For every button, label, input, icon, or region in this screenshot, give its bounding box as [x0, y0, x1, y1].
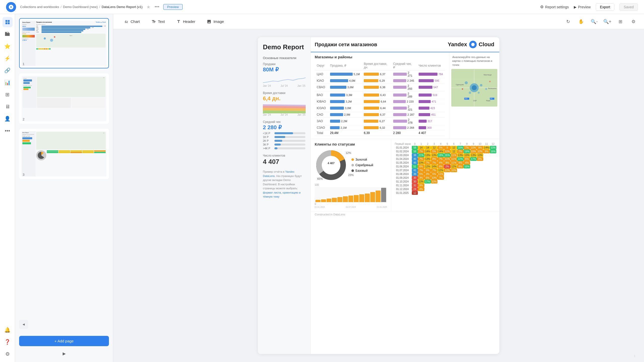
heatmap-cell — [477, 176, 483, 180]
sidebar-icon-bolt[interactable]: ⚡ — [3, 53, 13, 63]
donut-chart: 4 407 12% 23% 65% — [315, 149, 347, 182]
report: Demo Report Основные показатели Продажи … — [258, 37, 499, 354]
heatmap-cell: 7% — [418, 150, 424, 153]
chart-label: Chart — [131, 19, 140, 24]
heatmap-col-header: 9 — [470, 142, 477, 146]
heatmap-cell: 11% — [451, 153, 457, 157]
heatmap-cell: 12% — [424, 165, 431, 168]
add-page-button[interactable]: + Add page — [19, 336, 109, 346]
clients-section: Клиенты по статусам — [311, 139, 391, 211]
heatmap-cell — [483, 180, 490, 184]
zoom-out-button[interactable]: 🔍- — [590, 17, 599, 26]
fit-button[interactable]: ⊞ — [616, 17, 625, 26]
heatmap-cell — [490, 168, 496, 172]
chart-button[interactable]: Chart — [119, 17, 145, 26]
page-thumb-3[interactable]: Demo Report Продажи сети магазинов Yande… — [19, 129, 109, 179]
heatmap-cell: 7% — [464, 146, 470, 150]
heatmap-row-label: 01.08.2024 — [394, 172, 412, 176]
heatmap-col-header: 4 — [437, 142, 444, 146]
heatmap-cell — [470, 172, 477, 176]
svg-point-13 — [469, 92, 471, 94]
heatmap-cell — [483, 165, 490, 168]
svg-point-9 — [472, 85, 477, 90]
heatmap-cell: 9% — [457, 161, 464, 165]
cell-clients: 471 — [417, 99, 445, 104]
app-logo[interactable] — [6, 2, 16, 12]
clients-value: 4 407 — [263, 158, 305, 166]
heatmap-cell: 13% — [418, 161, 424, 165]
heatmap-cell: 16% — [464, 165, 470, 168]
svg-text:Балашиха: Балашиха — [488, 87, 496, 89]
heatmap-cell: 10% — [431, 180, 437, 184]
heatmap-cell: 17% — [470, 157, 477, 161]
cell-delivery: 6,64 — [362, 99, 391, 104]
preview-badge[interactable]: Preview — [163, 4, 182, 10]
header-button[interactable]: Header — [172, 17, 200, 26]
toolbar: Chart Text Header Image ↻ ✋ 🔍- 🔍+ ⊞ ⚙ — [113, 14, 644, 29]
heatmap-cell — [470, 187, 477, 191]
page-thumb-2[interactable]: Общее История клиентов — [19, 73, 109, 124]
sidebar-icon-bell[interactable]: 🔔 — [3, 325, 13, 335]
sidebar-icon-star[interactable]: ⭐ — [3, 41, 13, 51]
sidebar-icon-chart[interactable]: 📊 — [3, 77, 13, 87]
heatmap-cell: 5% — [424, 168, 431, 172]
heatmap-cell: 13% — [464, 153, 470, 157]
zoom-in-button[interactable]: 🔍+ — [603, 17, 612, 26]
heatmap-cell — [483, 157, 490, 161]
svg-point-12 — [485, 88, 487, 90]
sidebar-icon-plus[interactable]: ⊞ — [3, 89, 13, 100]
heatmap-cell — [477, 165, 483, 168]
heatmap-cell — [457, 172, 464, 176]
metric-clients: Число клиентов 4 407 — [263, 154, 305, 166]
settings-button[interactable]: ⚙ — [629, 17, 638, 26]
heatmap-cell — [437, 184, 444, 187]
text-label: Text — [158, 19, 165, 24]
breadcrumb-part2[interactable]: Demo Dashboard (new) — [63, 5, 98, 9]
heatmap-cell: 12% — [437, 168, 444, 172]
export-button[interactable]: Export — [596, 3, 614, 11]
heatmap-cell — [444, 191, 451, 195]
heatmap-cell: 46 — [412, 161, 418, 165]
heatmap-cell: 24 — [412, 187, 418, 191]
sidebar-icon-monitor[interactable]: 🖥 — [3, 102, 13, 112]
image-button[interactable]: Image — [202, 17, 229, 26]
report-settings-button[interactable]: ⚙ Report settings — [540, 5, 569, 9]
svg-marker-0 — [263, 110, 306, 113]
heatmap-cell: 12 — [412, 191, 418, 195]
text-button[interactable]: Text — [147, 17, 170, 26]
sidebar-icon-collections[interactable] — [3, 29, 13, 39]
hand-tool-button[interactable]: ✋ — [577, 17, 586, 26]
heatmap-cell — [490, 191, 496, 195]
collapse-panel-button[interactable]: ◄ — [19, 320, 28, 329]
heatmap-row: 01.01.202512 — [394, 191, 496, 195]
sidebar-icon-user[interactable]: 👤 — [3, 114, 13, 124]
page-thumb-1[interactable]: Demo Report Продажи 80M ₽ Время доставки… — [19, 18, 109, 68]
sidebar-icon-help[interactable]: ❓ — [3, 337, 13, 347]
heatmap-cell: 6% — [464, 157, 470, 161]
favorite-icon[interactable]: ★ — [146, 4, 150, 10]
format-link[interactable]: формат листа, ориентацию и тёмную тему — [263, 191, 301, 198]
heatmap-cell: 7% — [418, 168, 424, 172]
heatmap-cell — [470, 168, 477, 172]
cell-avg-check: 2 321 — [391, 104, 417, 112]
image-label: Image — [213, 19, 224, 24]
heatmap-row: 01.03.20243821%13%13%18%26%11%13%13%13%1… — [394, 153, 496, 157]
sidebar-icon-link[interactable]: 🔗 — [3, 65, 13, 75]
heatmap-cell — [444, 184, 451, 187]
sidebar-icon-settings[interactable]: ⚙ — [3, 349, 13, 359]
sidebar-icon-grid[interactable] — [3, 17, 13, 27]
header-label: Header — [183, 19, 195, 24]
more-icon[interactable]: ••• — [154, 4, 159, 10]
sidebar-icon-dots[interactable]: ••• — [3, 126, 13, 136]
heatmap-cell: 10% — [477, 150, 483, 153]
cell-district: СВАО — [315, 83, 328, 91]
play-icon[interactable]: ▶ — [63, 351, 66, 356]
preview-button[interactable]: ▶ Preview — [574, 5, 591, 9]
heatmap-cell: 22% — [457, 157, 464, 161]
sales-chart — [263, 74, 306, 84]
refresh-button[interactable]: ↻ — [564, 17, 573, 26]
heatmap-col-header: 7 — [457, 142, 464, 146]
map-placeholder[interactable]: Мытищи Балашиха Одинцово Раме OSF VKO — [451, 69, 497, 107]
heatmap-cell: 8% — [437, 165, 444, 168]
breadcrumb-part1[interactable]: Collections and workbooks — [20, 5, 59, 9]
